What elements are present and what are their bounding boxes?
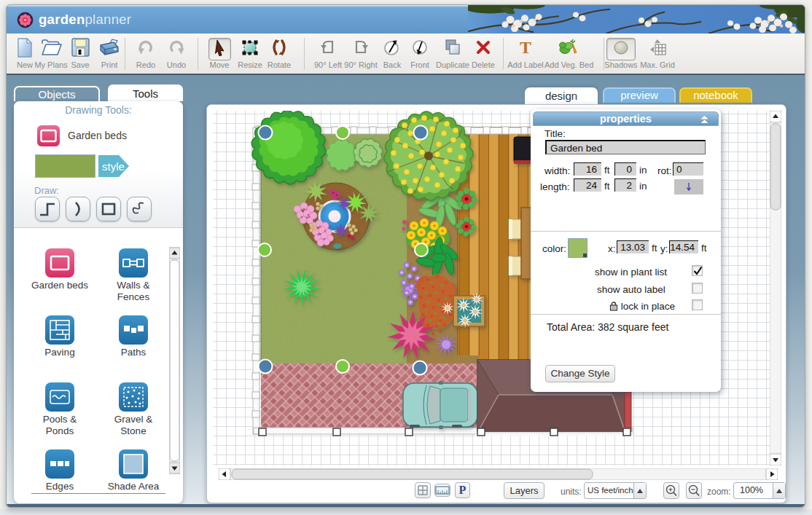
svg-text:style: style xyxy=(102,160,125,173)
svg-text:T: T xyxy=(520,38,531,57)
